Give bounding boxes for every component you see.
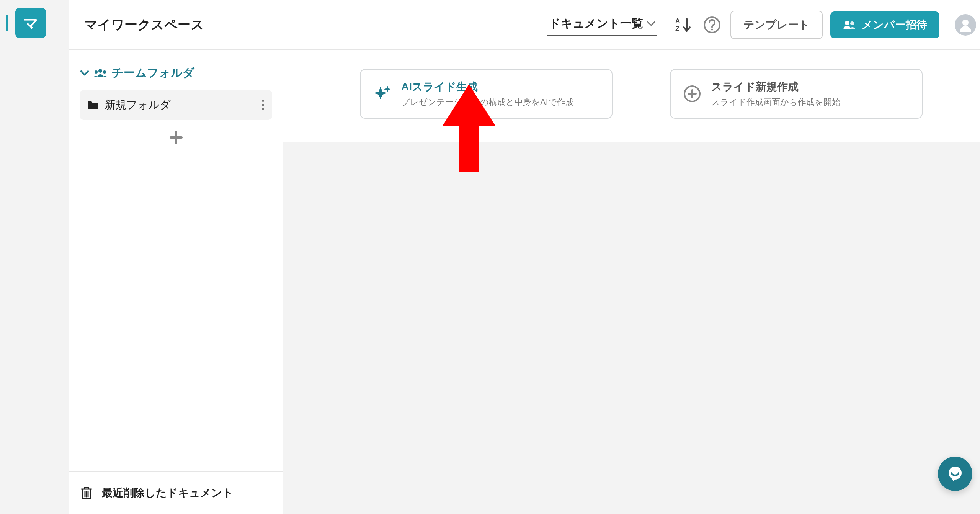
template-button[interactable]: テンプレート <box>730 11 823 39</box>
svg-point-5 <box>850 21 854 25</box>
recently-deleted[interactable]: 最近削除したドキュメント <box>69 471 283 514</box>
team-icon <box>93 68 107 78</box>
workspace-badge-letter: マ <box>23 13 39 34</box>
workspace-title: マイワークスペース <box>84 16 204 34</box>
new-slide-title: スライド新規作成 <box>711 80 840 94</box>
svg-text:A: A <box>675 17 680 25</box>
chat-fab[interactable] <box>938 457 972 491</box>
recently-deleted-label: 最近削除したドキュメント <box>102 486 234 500</box>
workspace-badge[interactable]: マ <box>15 8 46 38</box>
user-avatar[interactable] <box>955 14 976 36</box>
add-folder-button[interactable] <box>69 131 283 144</box>
svg-point-14 <box>949 467 962 480</box>
invite-member-button[interactable]: メンバー招待 <box>830 11 939 38</box>
view-dropdown[interactable]: ドキュメント一覧 <box>547 13 657 36</box>
svg-point-7 <box>98 69 102 73</box>
svg-point-12 <box>262 108 264 110</box>
sparkle-icon <box>373 85 391 103</box>
svg-point-9 <box>103 70 106 74</box>
folder-icon <box>87 100 99 110</box>
help-button[interactable] <box>701 14 723 36</box>
team-folder-header[interactable]: チームフォルダ <box>69 65 283 90</box>
workspace-rail: マ <box>0 0 69 514</box>
trash-icon <box>80 486 93 500</box>
plus-circle-icon <box>683 85 701 103</box>
chevron-down-icon <box>80 70 89 76</box>
kebab-icon <box>261 99 265 111</box>
folder-item[interactable]: 新規フォルダ <box>80 90 272 120</box>
team-folder-label: チームフォルダ <box>112 65 194 81</box>
svg-point-10 <box>262 100 264 102</box>
folder-name: 新規フォルダ <box>105 98 255 112</box>
plus-icon <box>169 131 183 144</box>
people-icon <box>843 20 856 30</box>
sort-az-icon: A Z <box>675 16 691 33</box>
svg-point-6 <box>962 20 969 26</box>
folder-menu-button[interactable] <box>261 99 265 111</box>
sidebar: チームフォルダ 新規フォルダ <box>69 50 283 514</box>
create-cards-band: AIスライド生成 プレゼンテーションの構成と中身をAIで作成 スラ <box>283 50 980 142</box>
ai-slide-generate-card[interactable]: AIスライド生成 プレゼンテーションの構成と中身をAIで作成 <box>360 69 612 119</box>
view-dropdown-label: ドキュメント一覧 <box>549 16 643 31</box>
new-slide-card[interactable]: スライド新規作成 スライド作成画面から作成を開始 <box>670 69 923 119</box>
svg-point-4 <box>845 21 849 25</box>
svg-point-11 <box>262 104 264 106</box>
chevron-down-icon <box>647 21 655 26</box>
ai-card-subtitle: プレゼンテーションの構成と中身をAIで作成 <box>401 97 574 108</box>
top-bar: マイワークスペース ドキュメント一覧 A Z <box>69 0 980 50</box>
new-slide-subtitle: スライド作成画面から作成を開始 <box>711 97 840 108</box>
chat-icon <box>946 464 965 483</box>
main-canvas: AIスライド生成 プレゼンテーションの構成と中身をAIで作成 スラ <box>283 50 980 514</box>
avatar-icon <box>958 17 973 33</box>
template-button-label: テンプレート <box>743 19 810 31</box>
sort-button[interactable]: A Z <box>672 14 694 36</box>
ai-card-title: AIスライド生成 <box>401 80 574 94</box>
svg-point-3 <box>711 28 713 30</box>
svg-point-8 <box>95 70 98 74</box>
invite-button-label: メンバー招待 <box>862 18 927 32</box>
svg-text:Z: Z <box>675 25 679 33</box>
help-icon <box>703 16 721 34</box>
